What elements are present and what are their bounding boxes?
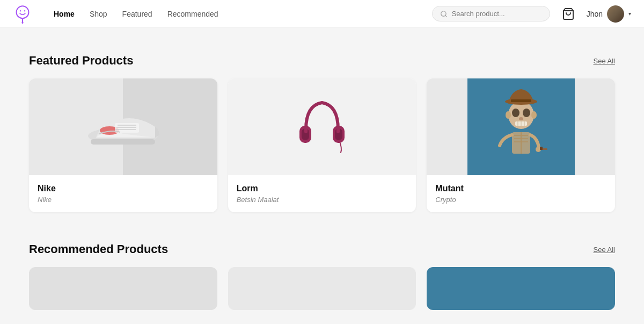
recommended-card-2[interactable] (228, 267, 416, 310)
svg-rect-19 (304, 127, 308, 133)
svg-point-5 (441, 11, 445, 16)
user-area[interactable]: Jhon ▾ (587, 5, 631, 23)
svg-point-32 (519, 117, 523, 120)
lorm-product-name: Lorm (237, 184, 408, 193)
product-card-mutant[interactable]: Mutant Crypto (427, 78, 615, 212)
recommended-card-3[interactable] (427, 267, 615, 310)
chevron-down-icon: ▾ (628, 11, 631, 17)
svg-point-1 (20, 10, 21, 11)
search-bar[interactable] (432, 6, 550, 21)
lorm-product-sub: Betsin Maalat (237, 196, 408, 204)
user-name: Jhon (587, 10, 603, 18)
lorm-info: Lorm Betsin Maalat (228, 175, 416, 212)
svg-point-4 (21, 21, 23, 23)
featured-header: Featured Products See All (29, 54, 615, 68)
mutant-product-name: Mutant (435, 184, 606, 193)
svg-line-6 (445, 15, 447, 17)
nav-shop[interactable]: Shop (90, 10, 107, 18)
lorm-image-area (228, 78, 416, 175)
rec-image-1 (29, 267, 217, 310)
nike-info: Nike Nike (29, 175, 217, 212)
product-card-lorm[interactable]: Lorm Betsin Maalat (228, 78, 416, 212)
recommended-title: Recommended Products (29, 242, 168, 256)
svg-point-0 (17, 6, 29, 18)
svg-point-39 (506, 111, 511, 119)
main-content: Featured Products See All (16, 28, 628, 310)
nike-shoe-image (80, 100, 166, 154)
svg-point-2 (24, 10, 25, 11)
headphone-image (295, 95, 349, 159)
nike-product-name: Nike (38, 184, 209, 193)
mutant-character-image (486, 84, 556, 170)
recommended-header: Recommended Products See All (29, 242, 615, 256)
navbar: Home Shop Featured Recommended Jhon ▾ (0, 0, 644, 28)
recommended-products-grid (29, 267, 615, 310)
svg-point-31 (523, 109, 530, 117)
mutant-info: Mutant Crypto (427, 175, 615, 212)
svg-rect-38 (511, 99, 531, 102)
mutant-product-sub: Crypto (435, 196, 606, 204)
nike-image-area (29, 78, 217, 175)
recommended-section: Recommended Products See All (29, 242, 615, 310)
nike-product-sub: Nike (38, 196, 209, 204)
featured-products-grid: Nike Nike (29, 78, 615, 212)
svg-rect-9 (91, 139, 155, 145)
recommended-see-all[interactable]: See All (594, 246, 615, 254)
search-input[interactable] (452, 10, 542, 18)
recommended-card-1[interactable] (29, 267, 217, 310)
rec-image-3 (427, 267, 615, 310)
nav-featured[interactable]: Featured (122, 10, 152, 18)
avatar (607, 5, 624, 23)
logo[interactable] (13, 4, 32, 24)
featured-section: Featured Products See All (29, 54, 615, 212)
featured-title: Featured Products (29, 54, 133, 68)
nav-right: Jhon ▾ (432, 4, 631, 24)
mutant-image-area (427, 78, 615, 175)
svg-point-30 (512, 109, 519, 117)
featured-see-all[interactable]: See All (594, 57, 615, 65)
svg-rect-28 (540, 147, 543, 150)
rec-image-2 (228, 267, 416, 310)
nav-links: Home Shop Featured Recommended (54, 10, 415, 18)
cart-button[interactable] (559, 4, 578, 24)
nav-recommended[interactable]: Recommended (167, 10, 218, 18)
svg-point-40 (531, 111, 537, 119)
product-card-nike[interactable]: Nike Nike (29, 78, 217, 212)
svg-rect-20 (336, 127, 340, 133)
search-icon (440, 10, 448, 18)
nav-home[interactable]: Home (54, 10, 75, 18)
